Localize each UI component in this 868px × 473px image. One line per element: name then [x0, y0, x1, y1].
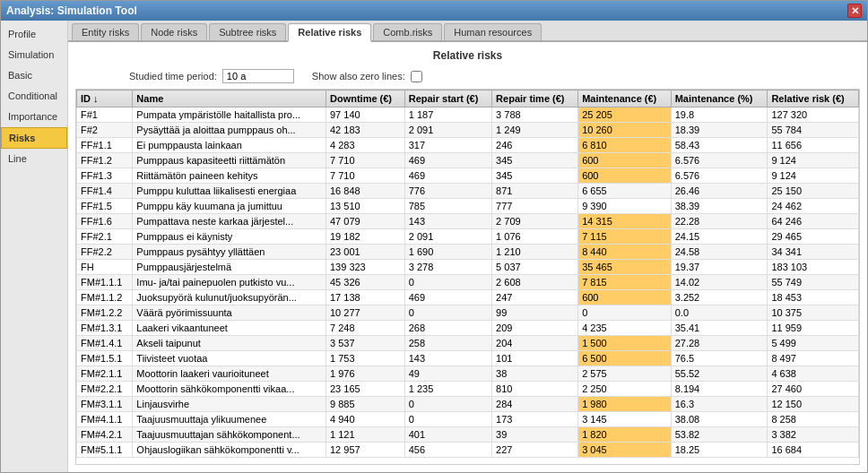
cell-2: 9 885	[326, 397, 404, 412]
cell-3: 401	[404, 427, 491, 443]
cell-6: 35.41	[671, 321, 768, 336]
cell-3: 143	[404, 351, 491, 366]
cell-2: 13 510	[326, 199, 404, 214]
tab-comb.risks[interactable]: Comb.risks	[373, 23, 442, 40]
cell-6: 16.3	[671, 397, 768, 412]
cell-0: FF#2.1	[77, 229, 133, 245]
column-header-3[interactable]: Repair start (€)	[404, 90, 491, 108]
table-row: FF#1.1Ei pumppausta lainkaan4 2833172466…	[77, 138, 859, 153]
table-row: FM#4.1.1Taajuusmuuttaja ylikuumenee4 940…	[77, 412, 859, 427]
cell-6: 24.58	[671, 245, 768, 260]
sidebar-item-line[interactable]: Line	[1, 149, 67, 169]
cell-4: 345	[492, 168, 578, 184]
column-header-4[interactable]: Repair time (€)	[492, 90, 578, 108]
table-row: FF#1.4Pumppu kuluttaa liikalisesti energ…	[77, 184, 859, 199]
cell-5: 14 315	[578, 214, 672, 229]
table-row: FHPumppausjärjestelmä139 3233 2785 03735…	[77, 260, 859, 275]
cell-7: 29 465	[768, 229, 859, 245]
time-period-input[interactable]	[222, 69, 294, 83]
tab-human-resources[interactable]: Human resources	[444, 23, 542, 40]
table-header: ID ↓NameDowntime (€)Repair start (€)Repa…	[77, 90, 859, 108]
cell-5: 1 820	[578, 427, 672, 443]
sidebar-item-importance[interactable]: Importance	[1, 107, 67, 127]
sidebar-item-conditional[interactable]: Conditional	[1, 86, 67, 107]
cell-6: 18.39	[671, 123, 768, 138]
cell-3: 776	[404, 184, 491, 199]
cell-1: Pumppausjärjestelmä	[133, 260, 326, 275]
column-header-6[interactable]: Maintenance (%)	[671, 90, 768, 108]
sidebar-item-profile[interactable]: Profile	[1, 24, 67, 45]
cell-7: 27 460	[768, 382, 859, 397]
cell-6: 18.25	[671, 443, 768, 458]
sidebar-item-basic[interactable]: Basic	[1, 65, 67, 86]
cell-7: 3 382	[768, 427, 859, 443]
cell-2: 7 248	[326, 321, 404, 336]
cell-0: FH	[77, 260, 133, 275]
cell-6: 6.576	[671, 168, 768, 184]
column-header-1[interactable]: Name	[133, 90, 326, 108]
cell-4: 1 249	[492, 123, 578, 138]
cell-0: FM#1.1.2	[77, 290, 133, 305]
cell-1: Pumppu kuluttaa liikalisesti energiaa	[133, 184, 326, 199]
sidebar-item-risks[interactable]: Risks	[1, 127, 67, 149]
tab-relative-risks[interactable]: Relative risks	[288, 23, 371, 42]
tab-node-risks[interactable]: Node risks	[141, 23, 207, 40]
cell-3: 785	[404, 199, 491, 214]
column-header-2[interactable]: Downtime (€)	[326, 90, 404, 108]
cell-7: 64 246	[768, 214, 859, 229]
cell-2: 97 140	[326, 108, 404, 123]
cell-4: 284	[492, 397, 578, 412]
cell-7: 55 784	[768, 123, 859, 138]
cell-2: 1 976	[326, 366, 404, 382]
sidebar-item-simulation[interactable]: Simulation	[1, 45, 67, 65]
cell-6: 22.28	[671, 214, 768, 229]
cell-3: 49	[404, 366, 491, 382]
cell-6: 6.576	[671, 153, 768, 168]
cell-6: 26.46	[671, 184, 768, 199]
cell-7: 8 497	[768, 351, 859, 366]
cell-2: 45 326	[326, 275, 404, 290]
table-row: FF#1.6Pumpattava neste karkaa järjestel.…	[77, 214, 859, 229]
zero-lines-checkbox[interactable]	[411, 71, 422, 82]
cell-1: Taajuusmuuttajan sähkökomponent...	[133, 427, 326, 443]
cell-5: 600	[578, 153, 672, 168]
cell-6: 27.28	[671, 336, 768, 351]
table-row: FM#1.2.2Väärä pyörimissuunta10 27709900.…	[77, 305, 859, 321]
cell-4: 5 037	[492, 260, 578, 275]
cell-7: 55 749	[768, 275, 859, 290]
table-row: F#2Pysäyttää ja aloittaa pumppaus oh...4…	[77, 123, 859, 138]
cell-2: 42 183	[326, 123, 404, 138]
cell-7: 16 684	[768, 443, 859, 458]
cell-4: 39	[492, 427, 578, 443]
cell-6: 0.0	[671, 305, 768, 321]
column-header-5[interactable]: Maintenance (€)	[578, 90, 672, 108]
close-button[interactable]: ✕	[847, 4, 862, 18]
cell-2: 1 753	[326, 351, 404, 366]
cell-7: 8 258	[768, 412, 859, 427]
cell-3: 1 235	[404, 382, 491, 397]
cell-3: 469	[404, 290, 491, 305]
tab-entity-risks[interactable]: Entity risks	[72, 23, 139, 40]
cell-2: 3 537	[326, 336, 404, 351]
column-header-0[interactable]: ID ↓	[77, 90, 133, 108]
table-row: FM#4.2.1Taajuusmuuttajan sähkökomponent.…	[77, 427, 859, 443]
cell-3: 2 091	[404, 123, 491, 138]
table-row: FF#1.3Riittämätön paineen kehitys7 71046…	[77, 168, 859, 184]
data-table: ID ↓NameDowntime (€)Repair start (€)Repa…	[76, 90, 859, 458]
cell-7: 18 453	[768, 290, 859, 305]
cell-7: 127 320	[768, 108, 859, 123]
cell-6: 76.5	[671, 351, 768, 366]
cell-1: Ei pumppausta lainkaan	[133, 138, 326, 153]
cell-7: 9 124	[768, 168, 859, 184]
tab-subtree-risks[interactable]: Subtree risks	[209, 23, 286, 40]
cell-1: Pumpattava neste karkaa järjestel...	[133, 214, 326, 229]
cell-2: 23 165	[326, 382, 404, 397]
cell-1: Taajuusmuuttaja ylikuumenee	[133, 412, 326, 427]
column-header-7[interactable]: Relative risk (€)	[768, 90, 859, 108]
cell-0: FM#1.5.1	[77, 351, 133, 366]
cell-7: 4 638	[768, 366, 859, 382]
zero-lines-group: Show also zero lines:	[312, 71, 422, 82]
cell-5: 9 390	[578, 199, 672, 214]
cell-3: 317	[404, 138, 491, 153]
table-body: F#1Pumpata ympäristölle haitallista pro.…	[77, 108, 859, 458]
